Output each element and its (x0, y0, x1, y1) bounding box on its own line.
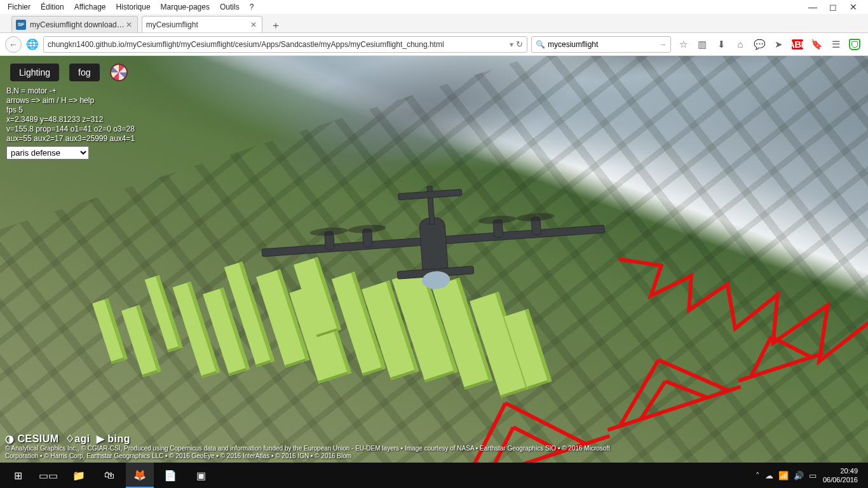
search-input[interactable] (548, 40, 656, 49)
menu-view[interactable]: Affichage (71, 1, 110, 13)
search-go-icon[interactable]: → (659, 40, 667, 49)
tab-title: myCesiumflight download… (30, 20, 125, 29)
svg-point-25 (516, 212, 555, 222)
tab-cesiumflight-download[interactable]: SF myCesiumflight download… ✕ (11, 16, 138, 32)
cmd-button[interactable]: ▣ (187, 463, 215, 488)
new-tab-button[interactable]: ＋ (269, 18, 283, 32)
taskbar-clock[interactable]: 20:49 06/06/2016 (823, 466, 858, 484)
browser-toolbar: ← 🌐 chungkn1400.github.io/myCesiumflight… (0, 33, 868, 56)
telemetry-line: v=155.8 prop=144 o1=41 o2=0 o3=28 (6, 125, 135, 134)
telemetry-line: aux=55 aux2=17 aux3=25999 aux4=1 (6, 134, 135, 144)
chat-icon[interactable]: 💬 (754, 39, 765, 50)
favicon-sourceforge-icon: SF (16, 20, 26, 30)
dropdown-history-icon[interactable]: ▾ (510, 40, 513, 49)
attribution-line-2: Corporation • © Harris Corp, Earthstar G… (5, 452, 863, 460)
tray-language-icon[interactable]: ▭ (809, 471, 817, 480)
menu-history[interactable]: Historique (112, 1, 154, 13)
menu-bookmarks[interactable]: Marque-pages (157, 1, 214, 13)
pocket-icon[interactable]: 🔖 (811, 39, 822, 50)
file-explorer-button[interactable]: 📁 (65, 463, 93, 488)
home-icon[interactable]: ⌂ (735, 39, 746, 50)
search-bar[interactable]: 🔍 → (531, 36, 671, 53)
toolbar-icons: ☆ ▥ ⬇ ⌂ 💬 ➤ ABP 🔖 ☰ (675, 39, 863, 50)
lighting-button[interactable]: Lighting (10, 64, 59, 81)
windows-taskbar: ⊞ ▭▭ 📁 🛍 🦊 📄 ▣ ˄ ☁ 📶 🔊 ▭ 20:49 06/06/201… (0, 463, 868, 488)
menu-file[interactable]: Fichier (4, 1, 34, 13)
ublock-shield-icon[interactable] (849, 39, 860, 50)
svg-point-24 (478, 215, 517, 225)
attribution-line-1: © Analytical Graphics Inc., © CGIAR-CSI,… (5, 445, 863, 452)
scene-attribution: CESIUM ♢agi ▶ bing © Analytical Graphics… (0, 429, 868, 463)
address-bar-url: chungkn1400.github.io/myCesiumflight/myC… (48, 40, 507, 49)
downloads-icon[interactable]: ⬇ (715, 39, 727, 50)
nav-back-button[interactable]: ← (5, 36, 22, 53)
reading-list-icon[interactable]: ▥ (696, 39, 708, 50)
tray-wifi-icon[interactable]: 📶 (778, 471, 789, 480)
cesium-logo: CESIUM (5, 433, 59, 445)
telemetry-line: fps 5 (6, 105, 135, 115)
location-select-wrap: paris defense (6, 146, 89, 159)
aircraft-model (226, 166, 642, 336)
adblock-plus-icon[interactable]: ABP (792, 39, 803, 50)
clock-date: 06/06/2016 (823, 475, 858, 484)
menu-help[interactable]: ? (246, 1, 258, 13)
window-close-icon[interactable]: ✕ (849, 2, 858, 12)
telemetry-line: B,N = motor -+ (6, 86, 135, 96)
menu-tools[interactable]: Outils (216, 1, 243, 13)
task-view-button[interactable]: ▭▭ (34, 463, 62, 488)
address-bar[interactable]: chungkn1400.github.io/myCesiumflight/myC… (43, 36, 527, 53)
site-identity-icon[interactable]: 🌐 (25, 37, 39, 51)
start-button[interactable]: ⊞ (4, 463, 32, 488)
bing-logo: ▶ bing (97, 433, 130, 445)
system-tray: ˄ ☁ 📶 🔊 ▭ 20:49 06/06/2016 (756, 466, 864, 484)
window-maximize-icon[interactable]: ◻ (829, 2, 837, 12)
bookmark-star-icon[interactable]: ☆ (677, 39, 689, 50)
send-icon[interactable]: ➤ (773, 39, 784, 50)
hud-button-row: Lighting fog (10, 64, 128, 81)
window-minimize-icon[interactable]: — (808, 2, 817, 12)
telemetry-line: x=2.3489 y=48.81233 z=312 (6, 115, 135, 125)
tab-cesiumflight-app[interactable]: myCesiumflight ✕ (142, 16, 262, 32)
telemetry-line: arrows => aim / H => help (6, 96, 135, 105)
fog-button[interactable]: fog (69, 64, 99, 81)
svg-point-22 (309, 227, 348, 237)
telemetry-readout: B,N = motor -+ arrows => aim / H => help… (6, 86, 135, 144)
firefox-button[interactable]: 🦊 (126, 463, 154, 488)
search-engine-icon[interactable]: 🔍 (536, 40, 545, 49)
menu-edit[interactable]: Édition (37, 1, 68, 13)
agi-logo: ♢agi (65, 433, 90, 445)
location-select[interactable]: paris defense (6, 146, 89, 159)
reload-icon[interactable]: ↻ (516, 39, 523, 49)
hamburger-menu-icon[interactable]: ☰ (830, 39, 841, 50)
tray-chevron-icon[interactable]: ˄ (756, 471, 760, 480)
tab-close-icon[interactable]: ✕ (249, 20, 258, 29)
notepadpp-button[interactable]: 📄 (156, 463, 184, 488)
store-button[interactable]: 🛍 (95, 463, 123, 488)
browser-menubar: Fichier Édition Affichage Historique Mar… (0, 0, 868, 14)
tray-volume-icon[interactable]: 🔊 (794, 471, 804, 480)
clock-time: 20:49 (823, 466, 858, 475)
tab-title: myCesiumflight (146, 20, 249, 29)
tray-cloud-icon[interactable]: ☁ (765, 471, 773, 480)
cesium-viewport[interactable]: Lighting fog B,N = motor -+ arrows => ai… (0, 56, 868, 463)
svg-point-23 (348, 224, 386, 234)
tab-close-icon[interactable]: ✕ (125, 20, 133, 29)
compass-icon[interactable] (110, 64, 128, 81)
browser-tabstrip: SF myCesiumflight download… ✕ myCesiumfl… (0, 14, 868, 33)
